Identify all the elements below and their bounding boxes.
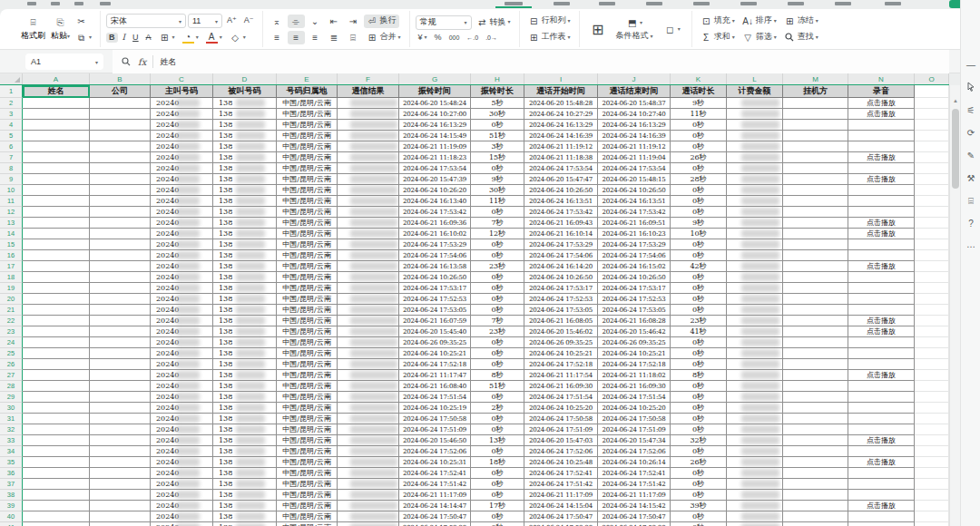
cell-O23[interactable]: [915, 326, 949, 337]
cell-A3[interactable]: [23, 109, 90, 120]
cell-O40[interactable]: [915, 511, 949, 522]
row-header-25[interactable]: 25: [0, 348, 23, 359]
cell-G33[interactable]: 2024-06-20 15:46:50: [399, 435, 471, 446]
cell-D2[interactable]: 138: [213, 98, 277, 109]
cell-M12[interactable]: [783, 207, 848, 218]
cell-B25[interactable]: [90, 348, 151, 359]
cell-L6[interactable]: [727, 141, 783, 152]
cell-N4[interactable]: [848, 120, 915, 131]
clear-format-button[interactable]: ◇▾: [227, 31, 249, 44]
header-cell-A1[interactable]: 姓名: [23, 85, 90, 98]
cell-M8[interactable]: [783, 163, 848, 174]
cell-D12[interactable]: 138: [213, 207, 277, 218]
cell-B31[interactable]: [90, 414, 151, 424]
cell-K34[interactable]: 0秒: [671, 446, 727, 457]
cell-O17[interactable]: [915, 261, 949, 272]
cell-A27[interactable]: [23, 370, 90, 381]
cell-A12[interactable]: [23, 207, 90, 218]
cell-C7[interactable]: 20240: [151, 152, 213, 163]
menu-item-stub[interactable]: [27, 2, 36, 5]
cell-A29[interactable]: [23, 392, 90, 403]
cell-J9[interactable]: 2024-06-20 15:48:15: [598, 174, 671, 185]
cell-G13[interactable]: 2024-06-21 16:09:36: [399, 218, 471, 229]
column-header-N[interactable]: N: [848, 73, 915, 84]
cell-B10[interactable]: [90, 185, 151, 196]
cell-A22[interactable]: [23, 316, 90, 326]
fill-button[interactable]: ⊡填充▾: [698, 15, 738, 28]
cell-N35[interactable]: 点击播放: [848, 457, 915, 468]
cell-E36[interactable]: 中国/昆明/云南: [277, 468, 338, 479]
cell-E11[interactable]: 中国/昆明/云南: [277, 196, 338, 207]
cell-G28[interactable]: 2024-06-21 16:08:40: [399, 381, 471, 392]
cell-C17[interactable]: 20240: [151, 261, 213, 272]
header-cell-J1[interactable]: 通话结束时间: [598, 85, 671, 98]
cell-H3[interactable]: 30秒: [471, 109, 524, 120]
cell-E32[interactable]: 中国/昆明/云南: [277, 424, 338, 435]
align-right-button[interactable]: ≡: [307, 31, 324, 44]
cell-J27[interactable]: 2024-06-21 11:18:02: [598, 370, 671, 381]
cell-D20[interactable]: 138: [213, 294, 277, 305]
cell-E4[interactable]: 中国/昆明/云南: [277, 120, 338, 131]
row-header-16[interactable]: 16: [0, 250, 23, 261]
cell-O34[interactable]: [915, 446, 949, 457]
cell-F27[interactable]: [338, 370, 399, 381]
cell-G8[interactable]: 2024-06-24 17:53:54: [399, 163, 471, 174]
cell-A23[interactable]: [23, 326, 90, 337]
column-header-B[interactable]: B: [90, 73, 151, 84]
cell-L12[interactable]: [727, 207, 783, 218]
row-header-2[interactable]: 2: [0, 98, 23, 109]
row-header-1[interactable]: 1: [0, 85, 23, 98]
header-cell-H1[interactable]: 振铃时长: [471, 85, 524, 98]
cell-C20[interactable]: 20240: [151, 294, 213, 305]
cell-A26[interactable]: [23, 359, 90, 370]
cell-I9[interactable]: 2024-06-20 15:47:47: [524, 174, 598, 185]
cell-F39[interactable]: [338, 501, 399, 511]
cell-F24[interactable]: [338, 337, 399, 348]
cell-K10[interactable]: 0秒: [671, 185, 727, 196]
cell-L26[interactable]: [727, 359, 783, 370]
cell-H16[interactable]: 0秒: [471, 250, 524, 261]
cell-N5[interactable]: [848, 131, 915, 141]
column-header-H[interactable]: H: [471, 73, 524, 84]
cell-L37[interactable]: [727, 479, 783, 490]
cell-C41[interactable]: 20240: [151, 522, 213, 526]
cell-B17[interactable]: [90, 261, 151, 272]
cell-I36[interactable]: 2024-06-24 17:52:41: [524, 468, 598, 479]
cell-A38[interactable]: [23, 490, 90, 501]
cell-N11[interactable]: [848, 196, 915, 207]
menu-item-stub[interactable]: [599, 2, 615, 5]
cell-J6[interactable]: 2024-06-21 11:19:12: [598, 141, 671, 152]
row-header-36[interactable]: 36: [0, 468, 23, 479]
cell-A14[interactable]: [23, 229, 90, 239]
cell-E20[interactable]: 中国/昆明/云南: [277, 294, 338, 305]
decrease-decimal-button[interactable]: .0→: [483, 34, 500, 43]
cell-H17[interactable]: 23秒: [471, 261, 524, 272]
cell-H13[interactable]: 7秒: [471, 218, 524, 229]
help-icon[interactable]: ?: [961, 219, 980, 229]
cell-J2[interactable]: 2024-06-20 15:48:37: [598, 98, 671, 109]
cell-G17[interactable]: 2024-06-24 16:13:58: [399, 261, 471, 272]
row-header-41[interactable]: 41: [0, 522, 23, 526]
cell-D9[interactable]: 138: [213, 174, 277, 185]
cell-G19[interactable]: 2024-06-24 17:53:17: [399, 283, 471, 294]
cell-F7[interactable]: [338, 152, 399, 163]
cell-N6[interactable]: [848, 141, 915, 152]
cell-J40[interactable]: 2024-06-24 17:50:47: [598, 511, 671, 522]
cell-H5[interactable]: 51秒: [471, 131, 524, 141]
cell-B14[interactable]: [90, 229, 151, 239]
cell-I26[interactable]: 2024-06-24 17:52:18: [524, 359, 598, 370]
cell-G34[interactable]: 2024-06-24 17:52:06: [399, 446, 471, 457]
cell-J32[interactable]: 2024-06-24 17:51:09: [598, 424, 671, 435]
cell-H27[interactable]: 8秒: [471, 370, 524, 381]
cell-F29[interactable]: [338, 392, 399, 403]
cell-M34[interactable]: [783, 446, 848, 457]
cell-B30[interactable]: [90, 403, 151, 414]
cell-C26[interactable]: 20240: [151, 359, 213, 370]
cell-M3[interactable]: [783, 109, 848, 120]
cell-O15[interactable]: [915, 239, 949, 250]
menu-item-stub[interactable]: [554, 2, 570, 5]
row-header-26[interactable]: 26: [0, 359, 23, 370]
zoom-search-icon[interactable]: [120, 56, 132, 68]
cell-C13[interactable]: 20240: [151, 218, 213, 229]
cell-I32[interactable]: 2024-06-24 17:51:09: [524, 424, 598, 435]
